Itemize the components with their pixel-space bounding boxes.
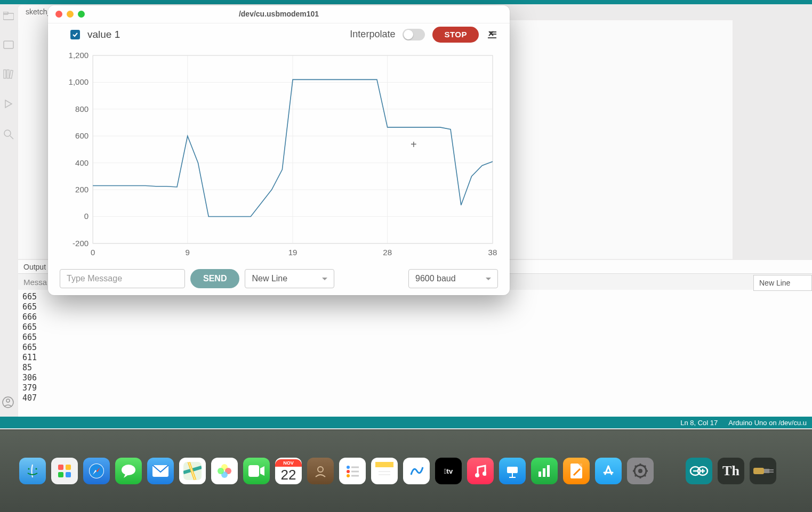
serial-log: 66566566666566566561185306379407 <box>18 290 812 405</box>
folder-icon[interactable] <box>3 12 14 22</box>
minimize-icon[interactable] <box>67 11 74 18</box>
titlebar[interactable]: /dev/cu.usbmodem101 <box>48 5 510 23</box>
line-ending-select-bg[interactable]: New Line <box>753 275 812 291</box>
mail-icon[interactable] <box>147 458 174 484</box>
svg-point-65 <box>347 466 350 469</box>
svg-rect-5 <box>10 70 13 78</box>
appstore-icon[interactable] <box>595 458 622 484</box>
svg-line-92 <box>635 466 637 467</box>
interpolate-label: Interpolate <box>350 29 395 40</box>
debug-icon[interactable] <box>3 99 14 111</box>
reminders-icon[interactable] <box>339 458 366 484</box>
svg-rect-80 <box>538 472 541 477</box>
svg-text:9: 9 <box>186 247 190 256</box>
svg-point-10 <box>6 399 10 402</box>
svg-rect-102 <box>764 469 769 473</box>
svg-rect-82 <box>547 465 550 477</box>
serial-plotter-window: /dev/cu.usbmodem101 value 1 Interpolate … <box>48 5 510 295</box>
log-line: 407 <box>22 393 808 403</box>
svg-marker-63 <box>260 466 264 476</box>
user-icon[interactable] <box>2 396 14 410</box>
serial-device-icon[interactable] <box>750 458 776 484</box>
clear-icon[interactable] <box>486 29 498 40</box>
calendar-icon[interactable]: NOV 22 <box>275 458 302 484</box>
contacts-icon[interactable] <box>307 458 334 484</box>
log-line: 665 <box>22 332 808 343</box>
stop-button[interactable]: STOP <box>432 27 479 43</box>
svg-point-44 <box>28 468 30 470</box>
message-input[interactable]: Type Message <box>60 269 185 288</box>
search-icon[interactable] <box>3 129 14 142</box>
svg-rect-81 <box>543 468 545 477</box>
window-title: /dev/cu.usbmodem101 <box>48 10 510 18</box>
log-line: 611 <box>22 353 808 363</box>
svg-text:1,000: 1,000 <box>69 77 89 86</box>
arduino-icon[interactable] <box>686 458 712 484</box>
maps-icon[interactable] <box>179 458 206 484</box>
thonny-icon[interactable]: Th <box>718 458 744 484</box>
svg-rect-2 <box>4 41 13 48</box>
library-icon[interactable] <box>3 69 14 81</box>
svg-text:38: 38 <box>488 247 497 256</box>
svg-text:800: 800 <box>75 104 89 113</box>
svg-line-94 <box>635 475 637 476</box>
svg-text:19: 19 <box>288 247 298 256</box>
keynote-icon[interactable] <box>499 458 526 484</box>
interpolate-toggle[interactable] <box>403 29 425 40</box>
series-checkbox[interactable] <box>70 30 80 39</box>
freeform-icon[interactable] <box>403 458 430 484</box>
send-button[interactable]: SEND <box>190 269 239 288</box>
svg-rect-62 <box>248 465 259 477</box>
board-info: Arduino Uno on /dev/cu.u <box>728 419 807 427</box>
appletv-icon[interactable]: tv <box>435 458 462 484</box>
status-bar: Ln 8, Col 17 Arduino Uno on /dev/cu.u <box>0 417 812 428</box>
messages-icon[interactable] <box>115 458 142 484</box>
music-icon[interactable] <box>467 458 494 484</box>
svg-point-75 <box>475 473 479 477</box>
svg-rect-48 <box>58 472 63 477</box>
close-icon[interactable] <box>55 11 62 18</box>
svg-rect-4 <box>7 70 9 78</box>
numbers-icon[interactable] <box>531 458 558 484</box>
series-label: value 1 <box>87 29 120 40</box>
plot-area[interactable]: 09192838-20002004006008001,0001,200 + <box>60 49 498 259</box>
svg-point-64 <box>318 467 323 472</box>
cursor-position: Ln 8, Col 17 <box>680 419 718 427</box>
svg-rect-71 <box>375 462 393 467</box>
svg-text:200: 200 <box>75 185 89 194</box>
settings-icon[interactable] <box>627 458 654 484</box>
svg-rect-77 <box>507 467 518 473</box>
launchpad-icon[interactable] <box>51 458 78 484</box>
safari-icon[interactable] <box>83 458 110 484</box>
svg-rect-46 <box>58 465 63 470</box>
svg-line-95 <box>644 466 646 467</box>
svg-point-7 <box>4 130 11 136</box>
fullscreen-icon[interactable] <box>78 11 85 18</box>
line-ending-select[interactable]: New Line <box>245 269 334 288</box>
svg-text:0: 0 <box>91 247 95 256</box>
baud-select[interactable]: 9600 baud <box>408 269 498 288</box>
log-line: 85 <box>22 363 808 373</box>
svg-point-69 <box>347 474 350 477</box>
ide-sidebar <box>0 4 17 417</box>
board-icon[interactable] <box>3 40 14 51</box>
notes-icon[interactable] <box>371 458 398 484</box>
svg-rect-47 <box>66 465 71 470</box>
pages-icon[interactable] <box>563 458 590 484</box>
svg-point-45 <box>36 468 37 470</box>
app-topbar <box>0 0 812 4</box>
svg-text:0: 0 <box>84 212 89 221</box>
svg-point-67 <box>347 470 350 473</box>
chart-svg: 09192838-20002004006008001,0001,200 <box>60 49 498 259</box>
macos-dock: NOV 22 tv Th <box>0 429 812 512</box>
facetime-icon[interactable] <box>243 458 270 484</box>
svg-rect-49 <box>66 472 71 477</box>
log-line: 665 <box>22 322 808 332</box>
svg-marker-55 <box>124 474 128 478</box>
log-line: 665 <box>22 302 808 312</box>
svg-text:28: 28 <box>383 247 392 256</box>
finder-icon[interactable] <box>19 458 46 484</box>
photos-icon[interactable] <box>211 458 238 484</box>
message-label: Messa <box>23 278 47 287</box>
svg-rect-3 <box>4 70 6 78</box>
